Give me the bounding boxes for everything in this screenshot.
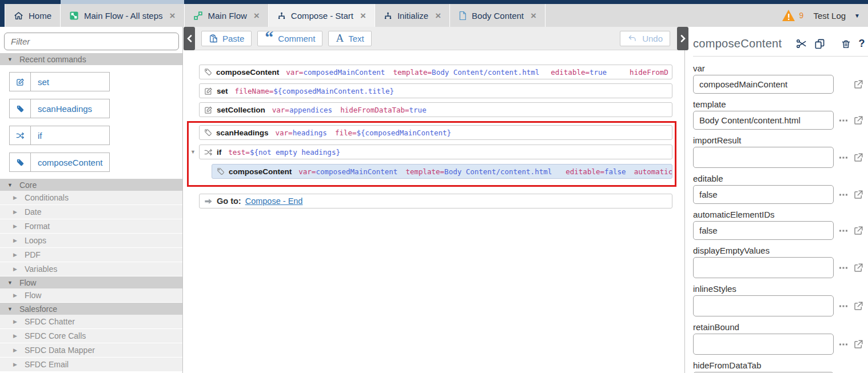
category-sfdc-email[interactable]: ▶SFDC Email (0, 358, 182, 372)
close-icon[interactable]: × (254, 11, 260, 21)
text-button[interactable]: A Text (328, 31, 371, 46)
step-set[interactable]: setfileName=${composedMainContent.title} (199, 83, 672, 98)
field-label: displayEmptyValues (693, 246, 868, 255)
category-loops[interactable]: ▶Loops (0, 234, 182, 248)
chevron-right-icon: ▶ (13, 362, 17, 367)
step-composeContent[interactable]: composeContentvar=composedMainContenttem… (212, 164, 672, 179)
external-link-icon[interactable] (853, 226, 863, 236)
goto-link[interactable]: Compose - End (245, 196, 303, 206)
flow-steps: composeContentvar=composedMainContenttem… (184, 50, 684, 208)
field-row (693, 111, 868, 130)
tag-icon (204, 129, 212, 137)
category-label: Format (25, 222, 50, 231)
category-sfdc-chatter[interactable]: ▶SFDC Chatter (0, 315, 182, 329)
close-icon[interactable]: × (531, 11, 536, 21)
ellipsis-icon[interactable] (839, 194, 849, 196)
trash-icon[interactable] (841, 39, 851, 49)
test-log-menu[interactable]: Test Log (813, 11, 846, 21)
command-item-scanheadings[interactable]: scanHeadings (9, 99, 110, 118)
cut-icon[interactable] (796, 38, 807, 49)
ellipsis-icon[interactable] (839, 157, 849, 159)
category-variables[interactable]: ▶Variables (0, 262, 182, 276)
external-link-icon[interactable] (853, 339, 863, 350)
paste-button[interactable]: Paste (201, 31, 252, 46)
active-flow-indicator (61, 0, 184, 4)
chevron-down-icon: ▼ (7, 306, 13, 312)
tab-home[interactable]: Home (5, 4, 61, 27)
tab-main-flow-all-steps[interactable]: Main Flow - All steps× (61, 4, 184, 27)
external-link-icon[interactable] (853, 301, 863, 311)
section-label: Flow (19, 278, 37, 287)
category-conditionals[interactable]: ▶Conditionals (0, 191, 182, 205)
importResult-input[interactable] (693, 147, 834, 168)
section-header-flow[interactable]: ▼Flow (0, 276, 182, 288)
step-setCollection[interactable]: setCollectionvar=appendiceshideFromDataT… (199, 102, 672, 117)
category-label: Date (25, 207, 42, 216)
step-name: setCollection (217, 106, 265, 114)
step-row: composeContentvar=composedMainContenttem… (199, 164, 673, 179)
tab-initialize[interactable]: Initialize× (375, 4, 450, 27)
category-sfdc-data-mapper[interactable]: ▶SFDC Data Mapper (0, 343, 182, 358)
step-composeContent[interactable]: composeContentvar=composedMainContenttem… (199, 65, 672, 79)
undo-icon (627, 34, 638, 43)
command-item-if[interactable]: if (9, 126, 110, 145)
command-item-set[interactable]: set (9, 72, 110, 91)
copy-icon[interactable] (814, 38, 825, 49)
collapse-step-icon[interactable]: ▼ (190, 149, 196, 155)
step-param: automaticEl (634, 167, 672, 176)
automaticElementIDs-input[interactable] (693, 221, 834, 240)
undo-button[interactable]: Undo (620, 31, 670, 46)
recent-commands-header[interactable]: ▼ Recent commands (0, 53, 182, 65)
chevron-down-icon[interactable]: ▼ (854, 13, 860, 19)
category-sfdc-core-calls[interactable]: ▶SFDC Core Calls (0, 329, 182, 343)
tag-icon (217, 167, 225, 175)
category-format[interactable]: ▶Format (0, 219, 182, 234)
close-icon[interactable]: × (435, 11, 441, 21)
var-input[interactable] (693, 75, 834, 94)
category-pdf[interactable]: ▶PDF (0, 248, 182, 262)
help-icon[interactable]: ? (858, 38, 865, 50)
field-editable: editable (693, 174, 868, 204)
ellipsis-icon[interactable] (839, 305, 849, 307)
comment-button[interactable]: “ Comment (257, 31, 322, 46)
step-if[interactable]: iftest=${not empty headings} (199, 145, 672, 159)
chevron-right-icon: ▶ (13, 223, 17, 229)
section-header-core[interactable]: ▼Core (0, 179, 182, 191)
collapse-sidebar-button[interactable] (184, 27, 195, 50)
recent-commands-list: setscanHeadingsifcomposeContent (0, 65, 182, 179)
section-header-salesforce[interactable]: ▼Salesforce (0, 303, 182, 315)
tab-body-content[interactable]: Body Content× (450, 4, 546, 27)
ellipsis-icon[interactable] (839, 343, 849, 346)
filter-input[interactable] (4, 33, 179, 50)
external-link-icon[interactable] (853, 263, 863, 273)
inlineStyles-input[interactable] (693, 295, 834, 316)
tab-main-flow[interactable]: Main Flow× (185, 4, 269, 27)
retainBound-input[interactable] (693, 334, 834, 355)
ellipsis-icon[interactable] (839, 230, 849, 232)
command-item-composecontent[interactable]: composeContent (9, 153, 110, 172)
category-label: Conditionals (25, 193, 69, 202)
subflow-icon (277, 11, 286, 20)
goto-step[interactable]: Go to:Compose - End (199, 194, 672, 208)
close-icon[interactable]: × (170, 11, 176, 21)
tab-compose-start[interactable]: Compose - Start× (269, 4, 375, 27)
category-flow[interactable]: ▶Flow (0, 288, 182, 303)
ellipsis-icon[interactable] (839, 119, 849, 122)
collapse-panel-button[interactable] (677, 27, 688, 50)
ellipsis-icon[interactable] (839, 267, 849, 269)
editable-input[interactable] (693, 185, 834, 204)
displayEmptyValues-input[interactable] (693, 257, 834, 278)
chevron-down-icon: ▼ (7, 280, 13, 286)
field-label: automaticElementIDs (693, 210, 868, 219)
close-icon[interactable]: × (360, 11, 366, 21)
warning-icon[interactable] (782, 9, 795, 22)
step-scanHeadings[interactable]: scanHeadingsvar=headingsfile=${composedM… (199, 125, 672, 140)
step-row: Go to:Compose - End (199, 194, 684, 208)
external-link-icon[interactable] (853, 79, 863, 90)
external-link-icon[interactable] (853, 190, 863, 200)
template-input[interactable] (693, 111, 834, 130)
external-link-icon[interactable] (853, 115, 863, 126)
category-date[interactable]: ▶Date (0, 205, 182, 219)
external-link-icon[interactable] (853, 153, 863, 163)
category-label: SFDC Email (25, 360, 69, 369)
